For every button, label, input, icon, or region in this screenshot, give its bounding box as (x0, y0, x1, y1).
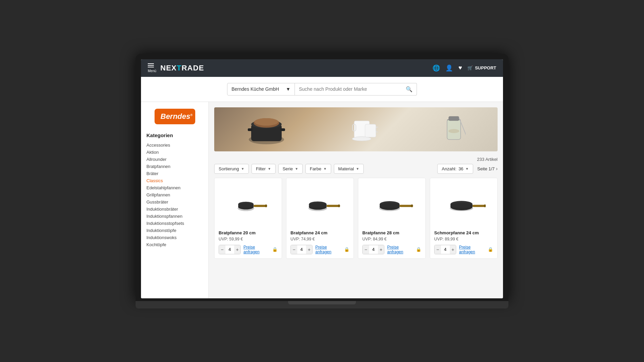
sidebar-category-item[interactable]: Bräter (146, 170, 203, 177)
sidebar-category-item[interactable]: Kochtöpfe (146, 241, 203, 248)
sidebar-category-item[interactable]: Accessories (146, 142, 203, 149)
lock-icon: 🔒 (488, 247, 493, 252)
header-left: Menü NEXTRADE (148, 63, 204, 73)
product-price: UVP: 84,99 € (362, 237, 421, 241)
svg-rect-28 (327, 205, 339, 206)
article-count: 233 Artikel (214, 157, 498, 162)
price-request-link[interactable]: Preise anfragen (243, 245, 269, 254)
banner-jar-svg (442, 112, 466, 146)
quantity-increase-button[interactable]: + (234, 245, 241, 254)
supplier-value: Berndes Küche GmbH (232, 86, 279, 92)
logo-text: NEXTRADE (160, 64, 204, 72)
product-price: UVP: 59,99 € (219, 237, 278, 241)
chevron-down-icon: ▼ (323, 167, 327, 171)
product-image-area (362, 182, 421, 226)
sidebar-category-item[interactable]: Bratpfannen (146, 163, 203, 170)
logo: NEXTRADE (160, 64, 204, 72)
screen-inner: Menü NEXTRADE 🌐 👤 ♥ 🛒 SUPPORT (141, 59, 503, 298)
quantity-increase-button[interactable]: + (306, 245, 313, 254)
product-price: UVP: 74,99 € (290, 237, 349, 241)
lock-icon: 🔒 (416, 247, 421, 252)
lock-icon: 🔒 (272, 247, 278, 252)
product-name: Bratpfanne 20 cm (219, 230, 278, 235)
anzahl-dropdown[interactable]: Anzahl: 36 ▼ (437, 164, 473, 174)
support-label: SUPPORT (475, 65, 496, 70)
brand-name: Berndes (161, 112, 190, 121)
product-actions: − + Preise anfragen 🔒 (434, 245, 493, 254)
svg-rect-40 (472, 205, 485, 206)
sidebar-category-item[interactable]: Induktionspfannen (146, 213, 203, 220)
quantity-control: − + (219, 245, 241, 254)
price-request-link[interactable]: Preise anfragen (459, 245, 485, 254)
product-image (442, 191, 486, 218)
sidebar-category-item[interactable]: Edelstahlpfannen (146, 184, 203, 191)
svg-point-29 (338, 204, 340, 207)
quantity-input[interactable] (369, 245, 378, 254)
product-image (226, 191, 270, 218)
quantity-decrease-button[interactable]: − (291, 245, 297, 254)
chevron-down-icon: ▼ (465, 167, 469, 171)
quantity-control: − + (290, 245, 313, 254)
search-icon[interactable]: 🔍 (406, 86, 412, 92)
sidebar-category-item[interactable]: Induktionstöpfe (146, 227, 203, 234)
laptop-frame: Menü NEXTRADE 🌐 👤 ♥ 🛒 SUPPORT (136, 54, 508, 308)
laptop-screen: Menü NEXTRADE 🌐 👤 ♥ 🛒 SUPPORT (136, 54, 508, 301)
product-image-area (219, 182, 278, 226)
price-request-link[interactable]: Preise anfragen (387, 245, 413, 254)
quantity-input[interactable] (297, 245, 306, 254)
product-area: 233 Artikel Sortierung ▼ Filter ▼ Serie (209, 102, 503, 298)
product-image (298, 191, 342, 218)
sidebar-category-item[interactable]: Induktionswoks (146, 234, 203, 241)
svg-rect-22 (254, 205, 266, 206)
category-list: AccessoriesAktionAllrounderBratpfannenBr… (146, 142, 203, 248)
product-card: Bratpfanne 28 cm UVP: 84,99 € − + Preise… (358, 178, 426, 259)
quantity-input[interactable] (225, 245, 234, 254)
svg-rect-34 (400, 205, 412, 206)
support-button[interactable]: 🛒 SUPPORT (467, 65, 496, 70)
search-input-wrap: 🔍 (295, 83, 417, 95)
quantity-increase-button[interactable]: + (378, 245, 384, 254)
sidebar-category-item[interactable]: Classics (146, 177, 203, 184)
sidebar-category-item[interactable]: Grillpfannen (146, 191, 203, 198)
sidebar-category-item[interactable]: Induktionsstopfsets (146, 220, 203, 227)
wishlist-icon[interactable]: ♥ (458, 64, 462, 71)
quantity-input[interactable] (441, 245, 450, 254)
chevron-right-icon[interactable]: › (496, 166, 498, 171)
search-input[interactable] (299, 86, 406, 92)
sidebar-category-item[interactable]: Allrounder (146, 156, 203, 163)
globe-icon[interactable]: 🌐 (432, 64, 440, 72)
quantity-decrease-button[interactable]: − (435, 245, 441, 254)
anzahl-value: 36 (459, 166, 463, 171)
menu-button[interactable]: Menü (148, 63, 156, 73)
chevron-down-icon: ▼ (268, 167, 271, 171)
serie-dropdown[interactable]: Serie ▼ (278, 164, 303, 174)
banner-cups (351, 114, 378, 145)
quantity-increase-button[interactable]: + (450, 245, 456, 254)
sidebar-category-item[interactable]: Aktion (146, 149, 203, 156)
quantity-decrease-button[interactable]: − (219, 245, 225, 254)
sidebar-category-item[interactable]: Induktionsbräter (146, 206, 203, 213)
sidebar: Berndes® Kategorien AccessoriesAktionAll… (141, 102, 209, 298)
lock-icon: 🔒 (344, 247, 349, 252)
user-icon[interactable]: 👤 (445, 64, 453, 72)
product-image (370, 191, 414, 218)
farbe-dropdown[interactable]: Farbe ▼ (305, 164, 331, 174)
svg-rect-11 (365, 124, 376, 137)
sortierung-dropdown[interactable]: Sortierung ▼ (214, 164, 249, 174)
quantity-decrease-button[interactable]: − (363, 245, 369, 254)
sidebar-category-item[interactable]: Gussbräter (146, 198, 203, 206)
filter-dropdown[interactable]: Filter ▼ (251, 164, 276, 174)
svg-point-10 (352, 137, 371, 141)
price-request-link[interactable]: Preise anfragen (315, 245, 341, 254)
product-price: UVP: 89,99 € (434, 237, 493, 241)
header-right: 🌐 👤 ♥ 🛒 SUPPORT (432, 64, 496, 72)
main-content: Berndes® Kategorien AccessoriesAktionAll… (141, 102, 503, 298)
quantity-control: − + (434, 245, 456, 254)
brand-logo-wrap: Berndes® (146, 109, 203, 124)
material-dropdown[interactable]: Material ▼ (334, 164, 364, 174)
supplier-dropdown[interactable]: Berndes Küche GmbH ▼ (227, 83, 295, 95)
chevron-down-icon: ▼ (286, 86, 290, 92)
header: Menü NEXTRADE 🌐 👤 ♥ 🛒 SUPPORT (141, 59, 503, 77)
product-name: Schmorpfanne 24 cm (434, 230, 493, 235)
brand-trademark: ® (190, 113, 193, 116)
